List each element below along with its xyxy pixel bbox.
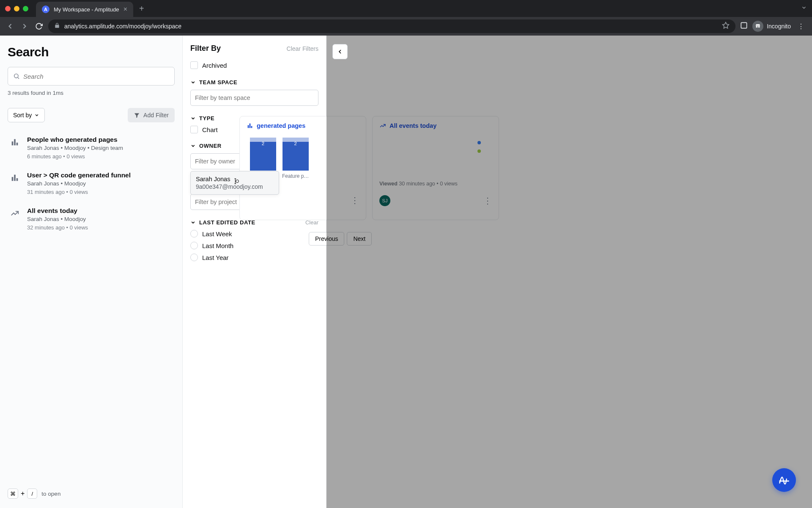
last-year-radio[interactable] <box>190 254 198 261</box>
search-panel: Search 3 results found in 1ms Sort by Ad… <box>0 36 183 508</box>
forward-button[interactable] <box>19 21 30 31</box>
bar-caption: Feature p… <box>282 173 309 179</box>
chevron-left-icon <box>337 48 343 55</box>
team-space-filter-input[interactable] <box>190 90 318 106</box>
archived-checkbox[interactable] <box>190 61 198 69</box>
minimize-window-button[interactable] <box>14 6 19 11</box>
collapse-filter-button[interactable] <box>332 44 348 59</box>
svg-rect-9 <box>12 177 14 181</box>
bar-chart-icon <box>247 122 253 129</box>
extensions-icon[interactable] <box>740 21 748 31</box>
traffic-lights <box>5 6 28 11</box>
filter-section-header[interactable]: LAST EDITED DATE Clear <box>190 219 318 226</box>
svg-rect-8 <box>16 143 18 145</box>
bookmark-star-icon[interactable] <box>722 22 730 31</box>
svg-rect-6 <box>12 141 14 145</box>
browser-menu-icon[interactable]: ⋮ <box>795 22 807 30</box>
card-title-text: generated pages <box>257 122 305 129</box>
tabs-chevron-down-icon[interactable] <box>801 5 807 12</box>
search-icon <box>13 73 20 80</box>
sort-by-label: Sort by <box>13 112 32 119</box>
filter-section-team-space: TEAM SPACE <box>190 79 318 106</box>
svg-rect-14 <box>250 124 251 128</box>
back-button[interactable] <box>5 21 15 31</box>
lock-icon <box>54 22 60 30</box>
key-slash: / <box>27 489 37 499</box>
amplitude-favicon: A <box>42 6 49 13</box>
filter-section-header[interactable]: TEAM SPACE <box>190 79 318 86</box>
result-item[interactable]: People who generated pages Sarah Jonas •… <box>8 130 175 166</box>
bar-chart-icon <box>9 137 20 148</box>
svg-point-2 <box>756 26 758 28</box>
svg-rect-7 <box>14 139 16 146</box>
result-list: People who generated pages Sarah Jonas •… <box>8 130 175 237</box>
result-sub: Sarah Jonas • Moodjoy <box>27 180 173 187</box>
add-filter-button[interactable]: Add Filter <box>128 108 175 122</box>
chevron-down-icon <box>190 116 196 121</box>
owner-suggestion-popover[interactable]: Sarah Jonas 9a00e347@moodjoy.com <box>190 171 279 195</box>
svg-rect-1 <box>741 22 747 28</box>
last-month-radio[interactable] <box>190 242 198 249</box>
type-chart-label: Chart <box>202 126 218 133</box>
result-sub: Sarah Jonas • Moodjoy • Design team <box>27 145 173 151</box>
search-input-wrap[interactable] <box>8 67 175 86</box>
result-item[interactable]: User > QR code generated funnel Sarah Jo… <box>8 166 175 201</box>
tab-close-icon[interactable]: × <box>123 6 127 13</box>
bar-chart-icon <box>9 172 20 183</box>
svg-rect-11 <box>16 178 18 181</box>
result-title: All events today <box>27 207 173 215</box>
line-chart-icon <box>9 208 20 219</box>
last-week-radio[interactable] <box>190 230 198 237</box>
key-cmd: ⌘ <box>8 489 18 499</box>
maximize-window-button[interactable] <box>23 6 28 11</box>
filter-header: Filter By Clear Filters <box>190 44 318 53</box>
last-year-option[interactable]: Last Year <box>190 254 318 261</box>
last-week-label: Last Week <box>202 230 232 237</box>
archived-filter-row[interactable]: Archived <box>190 61 318 69</box>
chevron-down-icon <box>190 80 196 85</box>
search-title: Search <box>8 45 175 59</box>
browser-tab[interactable]: A My Workspace - Amplitude × <box>36 2 133 17</box>
search-input[interactable] <box>23 73 169 80</box>
results-meta: 3 results found in 1ms <box>8 90 175 96</box>
sort-row: Sort by Add Filter <box>8 108 175 122</box>
new-tab-button[interactable]: + <box>139 4 144 14</box>
svg-line-5 <box>18 77 19 79</box>
result-meta: 6 minutes ago • 0 views <box>27 153 173 160</box>
help-fab[interactable] <box>772 468 796 492</box>
result-item[interactable]: All events today Sarah Jonas • Moodjoy 3… <box>8 201 175 237</box>
filter-icon <box>134 112 140 119</box>
filter-section-title: TYPE <box>199 115 214 121</box>
last-edited-clear-button[interactable]: Clear <box>305 219 318 226</box>
result-sub: Sarah Jonas • Moodjoy <box>27 216 173 222</box>
reload-button[interactable] <box>34 21 44 31</box>
window-chrome: A My Workspace - Amplitude × + <box>0 0 812 17</box>
url-text: analytics.amplitude.com/moodjoy/workspac… <box>64 23 718 30</box>
url-bar[interactable]: analytics.amplitude.com/moodjoy/workspac… <box>48 19 735 33</box>
dim-overlay[interactable] <box>326 36 812 508</box>
last-week-option[interactable]: Last Week <box>190 230 318 237</box>
archived-label: Archived <box>202 62 227 69</box>
result-title: User > QR code generated funnel <box>27 171 173 179</box>
bar-value: 2 <box>294 141 296 146</box>
filter-panel: Filter By Clear Filters Archived TEAM SP… <box>183 36 326 508</box>
type-chart-checkbox[interactable] <box>190 126 198 133</box>
incognito-badge[interactable]: Incognito <box>752 21 791 32</box>
tab-title: My Workspace - Amplitude <box>54 6 119 13</box>
result-title: People who generated pages <box>27 136 173 144</box>
close-window-button[interactable] <box>5 6 11 11</box>
svg-point-3 <box>758 26 760 28</box>
result-meta: 32 minutes ago • 0 views <box>27 224 173 231</box>
svg-marker-0 <box>723 22 729 28</box>
last-month-option[interactable]: Last Month <box>190 242 318 249</box>
chevron-down-icon <box>34 113 39 118</box>
app-content: Search 3 results found in 1ms Sort by Ad… <box>0 36 812 508</box>
browser-toolbar: analytics.amplitude.com/moodjoy/workspac… <box>0 17 812 36</box>
owner-suggestion-email: 9a00e347@moodjoy.com <box>196 183 274 190</box>
plus-sign: + <box>21 490 25 497</box>
filter-section-title: OWNER <box>199 143 222 149</box>
owner-suggestion-name: Sarah Jonas <box>196 176 274 182</box>
sort-by-button[interactable]: Sort by <box>8 108 45 122</box>
clear-filters-button[interactable]: Clear Filters <box>287 45 318 52</box>
filter-section-title: LAST EDITED DATE <box>199 219 255 226</box>
